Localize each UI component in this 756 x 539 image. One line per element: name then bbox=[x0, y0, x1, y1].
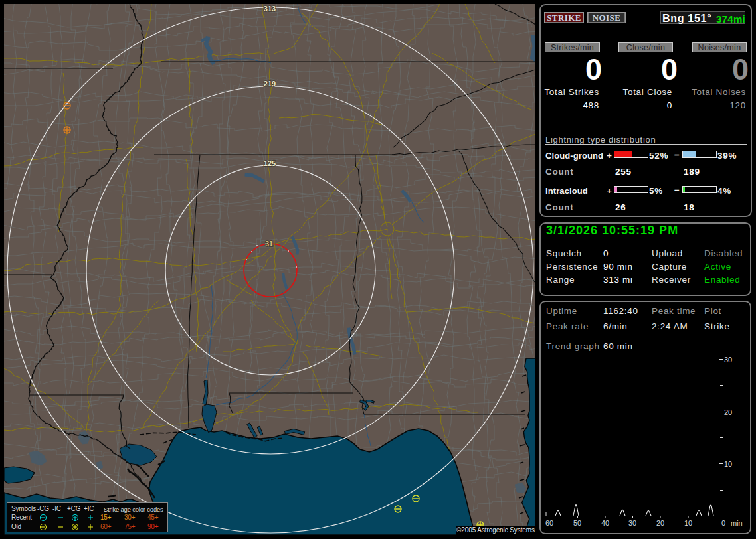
svg-text:40: 40 bbox=[601, 519, 609, 527]
svg-text:min: min bbox=[731, 519, 743, 527]
svg-text:10: 10 bbox=[724, 460, 732, 468]
svg-text:125: 125 bbox=[264, 159, 276, 167]
svg-text:313: 313 bbox=[264, 5, 276, 13]
svg-text:60: 60 bbox=[545, 519, 553, 527]
svg-text:10: 10 bbox=[684, 519, 692, 527]
svg-text:219: 219 bbox=[264, 80, 276, 88]
svg-text:20: 20 bbox=[656, 519, 664, 527]
svg-text:20: 20 bbox=[724, 408, 732, 416]
svg-text:30: 30 bbox=[724, 356, 732, 364]
svg-text:30: 30 bbox=[628, 519, 636, 527]
svg-text:0: 0 bbox=[721, 519, 725, 527]
svg-text:50: 50 bbox=[573, 519, 581, 527]
svg-text:31: 31 bbox=[265, 240, 273, 248]
